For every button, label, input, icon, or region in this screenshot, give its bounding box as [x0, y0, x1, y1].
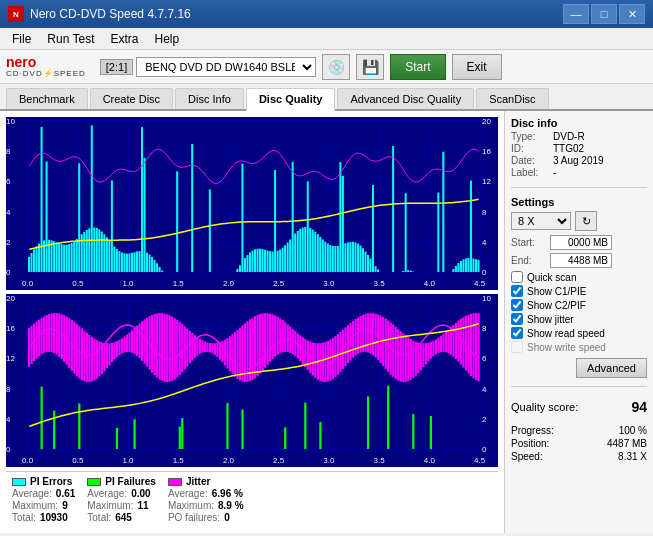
- refresh-button[interactable]: ↻: [575, 211, 597, 231]
- pi-errors-avg-key: Average:: [12, 488, 52, 499]
- nero-logo: nero CD·DVD⚡SPEED: [6, 55, 86, 78]
- settings-section: Settings 8 X ↻ Start: End: Quick scan: [511, 196, 647, 378]
- menu-bar: File Run Test Extra Help: [0, 28, 653, 50]
- main-content: PI Errors Average: 0.61 Maximum: 9 Total…: [0, 111, 653, 533]
- menu-file[interactable]: File: [4, 30, 39, 48]
- minimize-button[interactable]: —: [563, 4, 589, 24]
- divider1: [511, 187, 647, 188]
- show-read-speed-row: Show read speed: [511, 327, 647, 339]
- show-c1pie-row: Show C1/PIE: [511, 285, 647, 297]
- speed-stat-label: Speed:: [511, 451, 543, 462]
- exit-button[interactable]: Exit: [452, 54, 502, 80]
- show-c1pie-checkbox[interactable]: [511, 285, 523, 297]
- save-icon-button[interactable]: 💾: [356, 54, 384, 80]
- pi-errors-total-val: 10930: [40, 512, 68, 523]
- progress-section: Progress: 100 % Position: 4487 MB Speed:…: [511, 425, 647, 462]
- progress-row: Progress: 100 %: [511, 425, 647, 436]
- tab-scan-disc[interactable]: ScanDisc: [476, 88, 548, 109]
- show-write-speed-row: Show write speed: [511, 341, 647, 353]
- pi-failures-max-val: 11: [137, 500, 148, 511]
- start-input[interactable]: [550, 235, 612, 250]
- disc-type-row: Type: DVD-R: [511, 131, 647, 142]
- maximize-button[interactable]: □: [591, 4, 617, 24]
- pi-errors-color: [12, 478, 26, 486]
- tab-disc-info[interactable]: Disc Info: [175, 88, 244, 109]
- po-failures-label: PO failures:: [168, 512, 220, 523]
- label-value: -: [553, 167, 556, 178]
- menu-help[interactable]: Help: [147, 30, 188, 48]
- jitter-avg-val: 6.96 %: [212, 488, 243, 499]
- jitter-label: Jitter: [186, 476, 210, 487]
- date-label: Date:: [511, 155, 549, 166]
- app-icon: N: [8, 6, 24, 22]
- end-label: End:: [511, 255, 546, 266]
- title-bar: N Nero CD-DVD Speed 4.7.7.16 — □ ✕: [0, 0, 653, 28]
- pi-errors-max-val: 9: [62, 500, 68, 511]
- drive-selector: [2:1] BENQ DVD DD DW1640 BSLB: [100, 57, 316, 77]
- tab-benchmark[interactable]: Benchmark: [6, 88, 88, 109]
- show-c2pif-row: Show C2/PIF: [511, 299, 647, 311]
- sidebar: Disc info Type: DVD-R ID: TTG02 Date: 3 …: [505, 111, 653, 533]
- pi-failures-total-key: Total:: [87, 512, 111, 523]
- tab-create-disc[interactable]: Create Disc: [90, 88, 173, 109]
- toolbar: nero CD·DVD⚡SPEED [2:1] BENQ DVD DD DW16…: [0, 50, 653, 84]
- show-jitter-row: Show jitter: [511, 313, 647, 325]
- speed-row: 8 X ↻: [511, 211, 647, 231]
- jitter-max-key: Maximum:: [168, 500, 214, 511]
- pi-errors-avg-val: 0.61: [56, 488, 75, 499]
- chart2-canvas: [6, 294, 498, 467]
- type-label: Type:: [511, 131, 549, 142]
- show-c2pif-label: Show C2/PIF: [527, 300, 586, 311]
- id-label: ID:: [511, 143, 549, 154]
- po-failures-value: 0: [224, 512, 230, 523]
- disc-label-row: Label: -: [511, 167, 647, 178]
- disc-icon-button[interactable]: 💿: [322, 54, 350, 80]
- quick-scan-checkbox[interactable]: [511, 271, 523, 283]
- position-value: 4487 MB: [607, 438, 647, 449]
- position-row: Position: 4487 MB: [511, 438, 647, 449]
- pi-failures-label: PI Failures: [105, 476, 156, 487]
- pi-errors-total-key: Total:: [12, 512, 36, 523]
- id-value: TTG02: [553, 143, 584, 154]
- show-write-speed-checkbox[interactable]: [511, 341, 523, 353]
- disc-info-title: Disc info: [511, 117, 647, 129]
- date-value: 3 Aug 2019: [553, 155, 604, 166]
- quality-row: Quality score: 94: [511, 399, 647, 415]
- show-jitter-checkbox[interactable]: [511, 313, 523, 325]
- jitter-color: [168, 478, 182, 486]
- window-title: Nero CD-DVD Speed 4.7.7.16: [30, 7, 563, 21]
- speed-select[interactable]: 8 X: [511, 212, 571, 230]
- tab-disc-quality[interactable]: Disc Quality: [246, 88, 336, 111]
- jitter-avg-key: Average:: [168, 488, 208, 499]
- progress-value: 100 %: [619, 425, 647, 436]
- quick-scan-label: Quick scan: [527, 272, 576, 283]
- pi-errors-stat: PI Errors Average: 0.61 Maximum: 9 Total…: [12, 476, 75, 523]
- label-label: Label:: [511, 167, 549, 178]
- speed-stat-row: Speed: 8.31 X: [511, 451, 647, 462]
- chart-area: PI Errors Average: 0.61 Maximum: 9 Total…: [0, 111, 505, 533]
- start-button[interactable]: Start: [390, 54, 445, 80]
- quality-score-label: Quality score:: [511, 401, 578, 413]
- pi-failures-color: [87, 478, 101, 486]
- quick-scan-row: Quick scan: [511, 271, 647, 283]
- speed-stat-value: 8.31 X: [618, 451, 647, 462]
- show-read-speed-label: Show read speed: [527, 328, 605, 339]
- settings-title: Settings: [511, 196, 647, 208]
- progress-label: Progress:: [511, 425, 554, 436]
- disc-id-row: ID: TTG02: [511, 143, 647, 154]
- end-input[interactable]: [550, 253, 612, 268]
- type-value: DVD-R: [553, 131, 585, 142]
- show-read-speed-checkbox[interactable]: [511, 327, 523, 339]
- menu-extra[interactable]: Extra: [102, 30, 146, 48]
- drive-label: [2:1]: [100, 59, 133, 75]
- start-mb-row: Start:: [511, 235, 647, 250]
- position-label: Position:: [511, 438, 549, 449]
- pi-failures-avg-val: 0.00: [131, 488, 150, 499]
- close-button[interactable]: ✕: [619, 4, 645, 24]
- chart2-wrapper: [6, 294, 498, 467]
- advanced-button[interactable]: Advanced: [576, 358, 647, 378]
- tab-advanced-disc-quality[interactable]: Advanced Disc Quality: [337, 88, 474, 109]
- show-c2pif-checkbox[interactable]: [511, 299, 523, 311]
- drive-select[interactable]: BENQ DVD DD DW1640 BSLB: [136, 57, 316, 77]
- menu-run-test[interactable]: Run Test: [39, 30, 102, 48]
